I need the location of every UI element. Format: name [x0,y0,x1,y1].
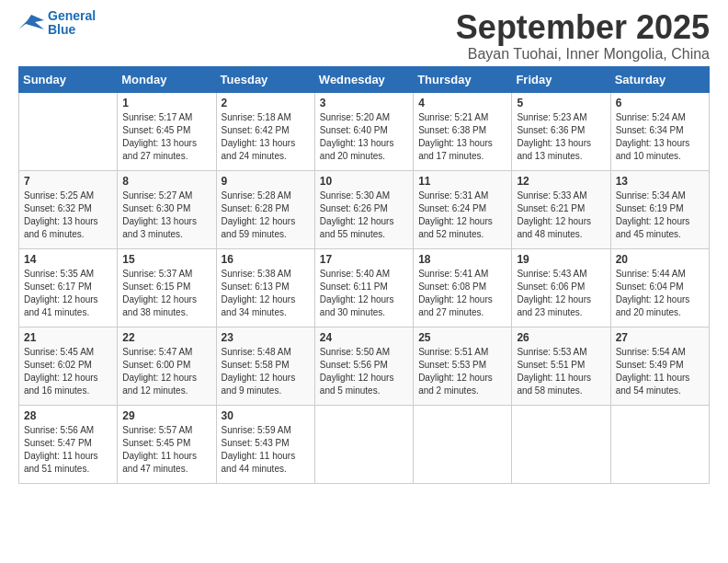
day-number: 5 [517,97,605,109]
calendar-cell: 22Sunrise: 5:47 AM Sunset: 6:00 PM Dayli… [118,327,216,405]
day-number: 28 [24,409,112,422]
calendar-cell [512,405,610,483]
calendar-cell: 8Sunrise: 5:27 AM Sunset: 6:30 PM Daylig… [118,170,216,248]
calendar-header-row: SundayMondayTuesdayWednesdayThursdayFrid… [19,66,710,92]
day-number: 20 [616,253,704,266]
day-info: Sunrise: 5:33 AM Sunset: 6:21 PM Dayligh… [517,190,605,241]
calendar-cell [19,92,118,170]
day-info: Sunrise: 5:35 AM Sunset: 6:17 PM Dayligh… [24,268,112,319]
calendar-cell: 18Sunrise: 5:41 AM Sunset: 6:08 PM Dayli… [414,248,512,327]
day-info: Sunrise: 5:51 AM Sunset: 5:53 PM Dayligh… [418,346,506,397]
calendar-table: SundayMondayTuesdayWednesdayThursdayFrid… [18,66,710,484]
day-info: Sunrise: 5:50 AM Sunset: 5:56 PM Dayligh… [320,346,408,397]
calendar-week-row: 21Sunrise: 5:45 AM Sunset: 6:02 PM Dayli… [19,327,710,405]
day-info: Sunrise: 5:56 AM Sunset: 5:47 PM Dayligh… [24,424,112,476]
calendar-cell [414,405,512,483]
day-number: 21 [24,331,112,344]
weekday-header: Wednesday [314,66,413,92]
calendar-cell: 24Sunrise: 5:50 AM Sunset: 5:56 PM Dayli… [314,327,413,405]
calendar-cell: 30Sunrise: 5:59 AM Sunset: 5:43 PM Dayli… [216,405,314,483]
day-number: 19 [517,253,605,266]
weekday-header: Sunday [19,66,118,92]
calendar-cell: 5Sunrise: 5:23 AM Sunset: 6:36 PM Daylig… [512,92,610,170]
day-info: Sunrise: 5:21 AM Sunset: 6:38 PM Dayligh… [418,111,506,163]
day-info: Sunrise: 5:48 AM Sunset: 5:58 PM Dayligh… [222,346,310,397]
day-number: 10 [320,175,408,188]
calendar-cell: 9Sunrise: 5:28 AM Sunset: 6:28 PM Daylig… [216,170,314,248]
day-info: Sunrise: 5:41 AM Sunset: 6:08 PM Dayligh… [418,268,506,319]
weekday-header: Thursday [414,66,512,92]
day-info: Sunrise: 5:47 AM Sunset: 6:00 PM Dayligh… [122,346,210,397]
day-number: 27 [616,331,704,344]
calendar-cell: 11Sunrise: 5:31 AM Sunset: 6:24 PM Dayli… [414,170,512,248]
day-info: Sunrise: 5:27 AM Sunset: 6:30 PM Dayligh… [122,190,210,241]
calendar-cell: 1Sunrise: 5:17 AM Sunset: 6:45 PM Daylig… [118,92,216,170]
weekday-header: Saturday [610,66,709,92]
logo-text: General Blue [48,9,96,38]
calendar-cell: 16Sunrise: 5:38 AM Sunset: 6:13 PM Dayli… [216,248,314,327]
day-number: 23 [222,331,310,344]
day-info: Sunrise: 5:57 AM Sunset: 5:45 PM Dayligh… [122,424,210,476]
day-info: Sunrise: 5:25 AM Sunset: 6:32 PM Dayligh… [24,190,112,241]
day-number: 1 [122,97,210,109]
calendar-cell: 6Sunrise: 5:24 AM Sunset: 6:34 PM Daylig… [610,92,709,170]
day-info: Sunrise: 5:45 AM Sunset: 6:02 PM Dayligh… [24,346,112,397]
logo-icon [18,13,44,33]
day-info: Sunrise: 5:53 AM Sunset: 5:51 PM Dayligh… [517,346,605,397]
day-number: 26 [517,331,605,344]
logo: General Blue [18,9,96,38]
calendar-cell: 14Sunrise: 5:35 AM Sunset: 6:17 PM Dayli… [19,248,118,327]
month-title: September 2025 [456,9,710,46]
day-number: 4 [418,97,506,109]
calendar-cell: 12Sunrise: 5:33 AM Sunset: 6:21 PM Dayli… [512,170,610,248]
day-number: 30 [222,409,310,422]
calendar-cell: 26Sunrise: 5:53 AM Sunset: 5:51 PM Dayli… [512,327,610,405]
day-number: 11 [418,175,506,188]
day-number: 14 [24,253,112,266]
day-info: Sunrise: 5:43 AM Sunset: 6:06 PM Dayligh… [517,268,605,319]
calendar-cell: 28Sunrise: 5:56 AM Sunset: 5:47 PM Dayli… [19,405,118,483]
day-number: 9 [222,175,310,188]
day-info: Sunrise: 5:24 AM Sunset: 6:34 PM Dayligh… [616,111,704,163]
calendar-cell: 10Sunrise: 5:30 AM Sunset: 6:26 PM Dayli… [314,170,413,248]
calendar-week-row: 28Sunrise: 5:56 AM Sunset: 5:47 PM Dayli… [19,405,710,483]
day-info: Sunrise: 5:28 AM Sunset: 6:28 PM Dayligh… [222,190,310,241]
weekday-header: Monday [118,66,216,92]
calendar-cell: 21Sunrise: 5:45 AM Sunset: 6:02 PM Dayli… [19,327,118,405]
day-number: 22 [122,331,210,344]
day-number: 29 [122,409,210,422]
day-info: Sunrise: 5:44 AM Sunset: 6:04 PM Dayligh… [616,268,704,319]
day-number: 25 [418,331,506,344]
day-info: Sunrise: 5:40 AM Sunset: 6:11 PM Dayligh… [320,268,408,319]
day-number: 3 [320,97,408,109]
day-number: 2 [222,97,310,109]
header: General Blue September 2025 Bayan Tuohai… [18,9,710,63]
calendar-cell [314,405,413,483]
calendar-cell: 25Sunrise: 5:51 AM Sunset: 5:53 PM Dayli… [414,327,512,405]
day-info: Sunrise: 5:34 AM Sunset: 6:19 PM Dayligh… [616,190,704,241]
day-number: 6 [616,97,704,109]
calendar-week-row: 14Sunrise: 5:35 AM Sunset: 6:17 PM Dayli… [19,248,710,327]
calendar-cell [610,405,709,483]
calendar-cell: 20Sunrise: 5:44 AM Sunset: 6:04 PM Dayli… [610,248,709,327]
calendar-cell: 3Sunrise: 5:20 AM Sunset: 6:40 PM Daylig… [314,92,413,170]
calendar-cell: 13Sunrise: 5:34 AM Sunset: 6:19 PM Dayli… [610,170,709,248]
day-number: 24 [320,331,408,344]
day-info: Sunrise: 5:23 AM Sunset: 6:36 PM Dayligh… [517,111,605,163]
calendar-cell: 27Sunrise: 5:54 AM Sunset: 5:49 PM Dayli… [610,327,709,405]
title-block: September 2025 Bayan Tuohai, Inner Mongo… [456,9,710,63]
calendar-cell: 19Sunrise: 5:43 AM Sunset: 6:06 PM Dayli… [512,248,610,327]
calendar-cell: 2Sunrise: 5:18 AM Sunset: 6:42 PM Daylig… [216,92,314,170]
day-number: 15 [122,253,210,266]
calendar-body: 1Sunrise: 5:17 AM Sunset: 6:45 PM Daylig… [19,92,710,483]
day-number: 8 [122,175,210,188]
day-info: Sunrise: 5:37 AM Sunset: 6:15 PM Dayligh… [122,268,210,319]
day-number: 12 [517,175,605,188]
calendar-cell: 15Sunrise: 5:37 AM Sunset: 6:15 PM Dayli… [118,248,216,327]
day-info: Sunrise: 5:54 AM Sunset: 5:49 PM Dayligh… [616,346,704,397]
day-info: Sunrise: 5:59 AM Sunset: 5:43 PM Dayligh… [222,424,310,476]
day-info: Sunrise: 5:17 AM Sunset: 6:45 PM Dayligh… [122,111,210,163]
day-number: 16 [222,253,310,266]
day-number: 17 [320,253,408,266]
day-info: Sunrise: 5:18 AM Sunset: 6:42 PM Dayligh… [222,111,310,163]
